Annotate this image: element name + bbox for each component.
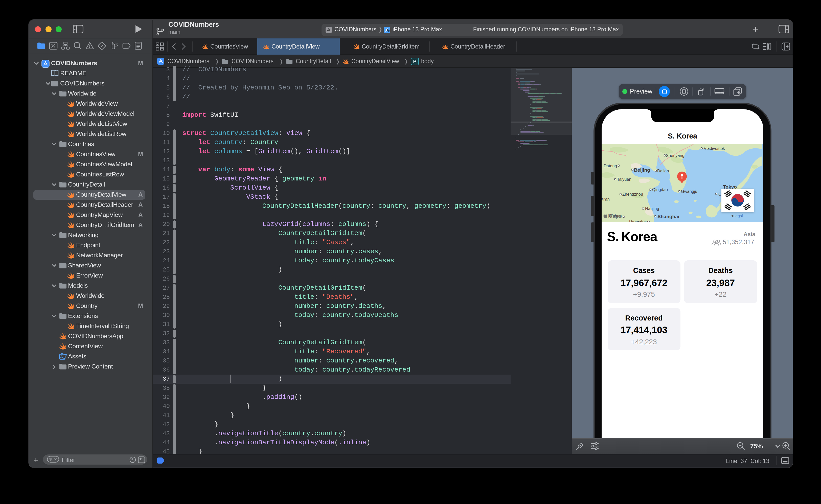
svg-text:▾Legal: ▾Legal — [732, 213, 743, 218]
svg-text:Taiyuan: Taiyuan — [617, 177, 631, 181]
svg-text:Nanjing: Nanjing — [645, 206, 659, 211]
svg-text:Beijing: Beijing — [634, 167, 650, 172]
svg-text:Tokyo: Tokyo — [723, 184, 737, 189]
svg-text:Gwangju: Gwangju — [681, 189, 697, 193]
svg-text:Xi'an: Xi'an — [602, 197, 610, 201]
svg-text:Vladivostok: Vladivostok — [704, 146, 725, 150]
svg-text:P: P — [413, 58, 416, 64]
svg-text:Qingdao: Qingdao — [652, 187, 668, 192]
svg-text:Zhengzhou: Zhengzhou — [622, 192, 643, 196]
svg-text:Shenyang: Shenyang — [666, 153, 685, 157]
svg-text:Shanghai: Shanghai — [657, 214, 679, 219]
svg-text:Dalian: Dalian — [657, 168, 669, 173]
svg-text:Hangzhou: Hangzhou — [629, 219, 648, 222]
svg-text:C: C — [718, 192, 721, 196]
svg-text:Maps: Maps — [608, 213, 622, 219]
svg-text:Datong: Datong — [604, 163, 617, 168]
